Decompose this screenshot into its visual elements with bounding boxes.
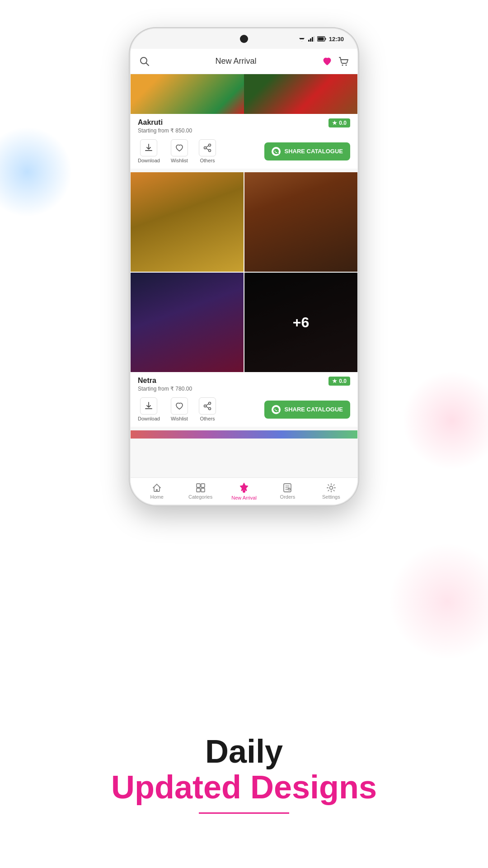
product2-share-catalogue-button[interactable]: SHARE CATALOGUE — [264, 401, 350, 419]
wishlist-button[interactable] — [322, 57, 332, 66]
camera-notch — [240, 35, 248, 43]
whatsapp-icon1 — [272, 147, 281, 156]
svg-point-18 — [208, 402, 211, 405]
product2-info: Netra Starting from ₹ 780.00 ★ 0.0 — [131, 372, 357, 395]
svg-rect-8 — [318, 38, 324, 41]
nav-categories-label: Categories — [188, 494, 212, 500]
cart-icon — [338, 57, 348, 66]
svg-line-17 — [206, 146, 208, 147]
others-icon-box — [199, 139, 216, 156]
whatsapp-icon2 — [272, 405, 281, 414]
more-count-overlay: +6 — [244, 273, 357, 372]
background-blob-pink-bottom — [389, 542, 488, 660]
wishlist-icon-box — [171, 139, 188, 156]
product1-download-label: Download — [138, 158, 160, 163]
background-blob-pink-right — [402, 371, 488, 470]
svg-rect-25 — [197, 488, 200, 492]
download-icon — [144, 143, 153, 152]
svg-rect-23 — [197, 484, 200, 487]
tagline-divider — [199, 812, 289, 814]
svg-point-12 — [346, 64, 347, 66]
product1-share-label: SHARE CATALOGUE — [284, 148, 343, 155]
product1-wishlist-button[interactable]: Wishlist — [171, 139, 188, 163]
star-icon: ★ — [332, 120, 337, 126]
product2-download-button[interactable]: Download — [138, 397, 160, 421]
svg-rect-4 — [312, 37, 313, 42]
svg-point-19 — [204, 405, 206, 407]
whatsapp-logo — [273, 148, 279, 155]
phone-mockup: 12:30 New Arrival — [129, 27, 359, 506]
product1-others-button[interactable]: Others — [199, 139, 216, 163]
nav-orders-label: Orders — [280, 494, 296, 500]
svg-marker-1 — [300, 39, 304, 42]
product1-images — [131, 74, 357, 114]
heart-icon-small2 — [175, 401, 184, 410]
share-icon — [203, 143, 212, 152]
svg-point-30 — [329, 486, 333, 490]
product1-download-button[interactable]: Download — [138, 139, 160, 163]
product2-images: +6 — [131, 172, 357, 372]
product2-share-label: SHARE CATALOGUE — [284, 406, 343, 413]
nav-settings[interactable]: Settings — [310, 483, 353, 500]
product2-others-label: Others — [200, 416, 215, 421]
product2-action-bar: Download Wishlist — [131, 395, 357, 427]
svg-rect-24 — [201, 484, 205, 487]
heart-icon-small — [175, 143, 184, 152]
nav-home[interactable]: Home — [135, 483, 178, 500]
product1-others-label: Others — [200, 158, 215, 163]
share-icon2 — [203, 401, 212, 410]
status-icons: 12:30 — [298, 36, 344, 42]
nav-settings-label: Settings — [322, 494, 340, 500]
bottom-tagline: Daily Updated Designs — [0, 734, 488, 814]
phone-screen: 12:30 New Arrival — [131, 29, 357, 505]
product1-wishlist-label: Wishlist — [171, 158, 188, 163]
product2-img1[interactable] — [131, 172, 244, 272]
svg-line-16 — [206, 148, 208, 150]
settings-icon — [326, 483, 336, 493]
product2-wishlist-label: Wishlist — [171, 416, 188, 421]
new-arrival-icon — [238, 482, 250, 494]
cart-button[interactable] — [338, 57, 348, 66]
product2-wishlist-button[interactable]: Wishlist — [171, 397, 188, 421]
svg-point-27 — [243, 490, 245, 493]
wifi-icon — [298, 36, 305, 42]
phone-frame: 12:30 New Arrival — [129, 27, 359, 506]
star-icon2: ★ — [332, 378, 337, 384]
product2-others-button[interactable]: Others — [199, 397, 216, 421]
nav-categories[interactable]: Categories — [178, 483, 222, 500]
product2-img4-more[interactable]: +6 — [244, 273, 357, 372]
product1-price: Starting from ₹ 850.00 — [138, 127, 192, 134]
product1-share-catalogue-button[interactable]: SHARE CATALOGUE — [264, 142, 350, 160]
home-icon — [152, 483, 162, 493]
product1-info: Aakruti Starting from ₹ 850.00 ★ 0.0 — [131, 114, 357, 137]
wishlist-icon-box2 — [171, 397, 188, 415]
search-button[interactable] — [140, 57, 150, 66]
nav-new-arrival[interactable]: New Arrival — [222, 482, 266, 500]
nav-new-arrival-label: New Arrival — [231, 495, 257, 500]
product2-download-label: Download — [138, 416, 160, 421]
orders-icon — [282, 483, 292, 493]
product1-img2[interactable] — [244, 74, 357, 114]
svg-point-14 — [204, 147, 206, 149]
product2-img2[interactable] — [244, 172, 357, 272]
product1-action-bar: Download Wishlist — [131, 137, 357, 169]
svg-rect-26 — [201, 488, 205, 492]
product2-details: Netra Starting from ₹ 780.00 — [138, 377, 192, 392]
svg-point-11 — [342, 64, 343, 66]
product-card-aakruti: Aakruti Starting from ₹ 850.00 ★ 0.0 — [131, 74, 357, 169]
product2-rating: ★ 0.0 — [328, 377, 350, 386]
product2-img3[interactable] — [131, 273, 244, 372]
nav-home-label: Home — [150, 494, 164, 500]
product2-price: Starting from ₹ 780.00 — [138, 386, 192, 392]
product1-img1[interactable] — [131, 74, 244, 114]
product-card-netra: +6 Netra Starting from ₹ 780.00 ★ 0.0 — [131, 172, 357, 427]
tagline-line1: Daily — [0, 734, 488, 769]
svg-point-15 — [208, 150, 211, 152]
categories-icon — [196, 483, 206, 493]
product1-details: Aakruti Starting from ₹ 850.00 — [138, 118, 192, 134]
others-icon-box2 — [199, 397, 216, 415]
header-title: New Arrival — [215, 57, 256, 66]
nav-orders[interactable]: Orders — [266, 483, 309, 500]
whatsapp-logo2 — [273, 406, 279, 413]
svg-point-20 — [208, 408, 211, 410]
